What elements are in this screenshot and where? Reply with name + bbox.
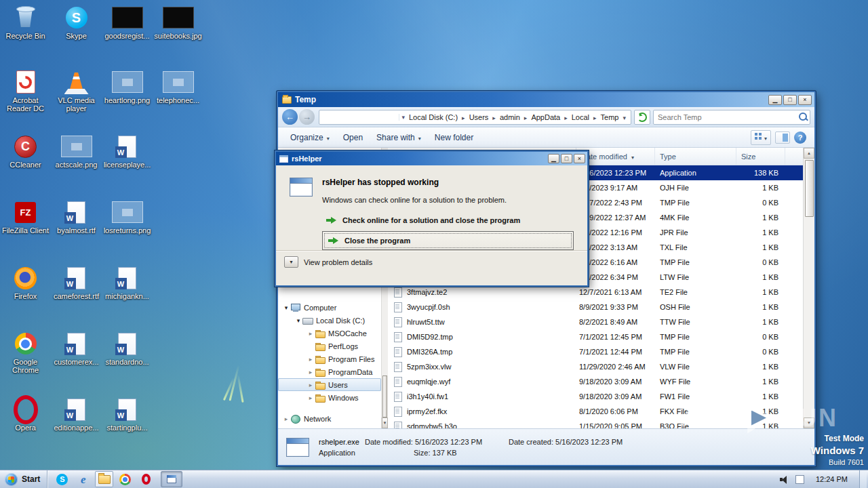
explorer-titlebar[interactable]: Temp ▁ □ × [278,92,814,107]
back-button[interactable] [282,109,298,125]
desktop-icon[interactable]: startingplu... [102,394,153,460]
tree-expander-icon[interactable] [307,394,315,401]
file-row[interactable]: hlruwt5t.ttw 8/2/2021 8:49 AM TTW File 1… [388,314,803,329]
breadcrumb-segment[interactable]: admin [498,113,530,121]
quick-launch-button[interactable] [137,471,155,487]
tree-item[interactable]: MSOCache [278,327,381,340]
view-problem-details-label[interactable]: View problem details [304,258,372,266]
desktop-icon[interactable]: CCleaner [0,131,51,197]
file-row[interactable]: sdpmvbw5.b3o 1/15/2020 9:05 PM B3O File … [388,419,803,428]
minimize-button[interactable]: ▁ [768,95,782,105]
active-task-button[interactable] [161,471,182,487]
tree-expander-icon[interactable] [282,415,290,422]
tree-expander-icon[interactable] [282,304,290,311]
share-with-button[interactable]: Share with [370,133,428,142]
tree-item[interactable]: Users [278,378,381,391]
breadcrumb-segment[interactable]: Local Disk (C:) [407,113,467,121]
open-button[interactable]: Open [336,133,370,142]
desktop-icon[interactable]: cameforest.rtf [51,263,102,329]
forward-button[interactable] [299,109,315,125]
column-header-type[interactable]: Type [655,148,736,165]
file-row[interactable]: 3ftmajvz.te2 12/7/2021 6:13 AM TE2 File … [388,285,803,300]
file-row[interactable]: i3h1y40i.fw1 9/18/2020 3:09 AM FW1 File … [388,389,803,404]
tree-item[interactable]: Computer [278,301,381,314]
file-row[interactable]: DMI326A.tmp 7/1/2021 12:44 PM TMP File 0… [388,344,803,359]
refresh-button[interactable] [634,110,650,125]
close-program-option[interactable]: Close the program [322,231,574,250]
desktop-icon[interactable]: suitebooks.jpg [153,3,203,67]
tree-item[interactable]: Program Files [278,352,381,365]
tree-item[interactable]: Network [278,412,381,425]
dialog-titlebar[interactable]: rsHelper ▁ □ × [276,152,587,165]
help-icon[interactable] [794,131,806,144]
desktop-icon[interactable]: heartlong.png [102,67,153,131]
desktop-icon[interactable]: michigankn... [102,263,153,329]
desktop-icon[interactable]: Recycle Bin [0,3,51,67]
desktop-icon[interactable]: Skype [51,3,102,67]
close-button[interactable]: × [574,154,585,163]
scrollbar-thumb[interactable] [805,160,814,217]
start-button[interactable]: Start [0,470,47,488]
file-row[interactable]: DMI5D92.tmp 7/1/2021 12:45 PM TMP File 0… [388,329,803,344]
desktop-icon[interactable]: Google Chrome [0,329,51,394]
desktop-icon[interactable]: Firefox [0,263,51,329]
close-button[interactable]: × [798,95,812,105]
preview-pane-button[interactable] [775,131,790,144]
tree-item[interactable]: PerfLogs [278,340,381,352]
taskbar-clock[interactable]: 12:24 PM [810,475,853,483]
volume-icon[interactable] [780,475,789,484]
desktop-icon[interactable]: editionappe... [51,394,102,460]
show-desktop-button[interactable] [859,470,867,488]
desktop-icon[interactable]: FileZilla Client [0,197,51,263]
file-date-modified: 12/7/2021 6:13 AM [576,288,655,296]
minimize-button[interactable]: ▁ [548,154,559,163]
breadcrumb-segment[interactable]: Users [467,113,498,121]
tree-item[interactable]: Local Disk (C:) [278,314,381,327]
scroll-down-icon[interactable]: ▼ [804,418,814,428]
desktop-icon[interactable]: licenseplaye... [102,131,153,197]
check-online-option[interactable]: Check online for a solution and close th… [326,216,576,224]
quick-launch-button[interactable] [95,471,113,487]
desktop-icon[interactable]: Acrobat Reader DC [0,67,51,131]
scroll-up-icon[interactable]: ▲ [804,148,814,159]
desktop-icon[interactable]: VLC media player [51,67,102,131]
file-row[interactable]: iprmy2ef.fkx 8/1/2020 6:06 PM FKX File 1… [388,404,803,419]
desktop-icon[interactable]: Opera [0,394,51,460]
expand-details-icon[interactable] [284,256,298,268]
quick-launch-button[interactable] [116,471,134,487]
tree-expander-icon[interactable] [307,369,315,375]
maximize-button[interactable]: □ [783,95,797,105]
breadcrumb-dropdown-icon[interactable] [399,114,407,121]
desktop-icon[interactable]: telephonec... [153,67,203,131]
breadcrumb-segment[interactable]: AppData [529,113,569,121]
tree-expander-icon[interactable] [307,330,315,337]
desktop-icon[interactable]: losreturns.png [102,197,153,263]
tree-expander-icon[interactable] [294,317,302,324]
desktop-icon[interactable]: standardno... [102,329,153,394]
file-row[interactable]: euqmlqje.wyf 9/18/2020 3:09 AM WYF File … [388,374,803,389]
column-header-size[interactable]: Size [736,148,785,165]
desktop-icon[interactable]: byalmost.rtf [51,197,102,263]
tree-item[interactable]: Windows [278,391,381,404]
quick-launch-button[interactable] [53,471,71,487]
breadcrumb-segment[interactable]: Local [570,113,599,121]
breadcrumb-segment[interactable]: Temp [599,113,628,121]
file-row[interactable]: 5zpm3ixx.vlw 11/29/2020 2:46 AM VLW File… [388,359,803,374]
desktop-icon[interactable]: customerex... [51,329,102,394]
search-box[interactable] [653,110,810,125]
change-view-button[interactable] [751,130,771,145]
new-folder-button[interactable]: New folder [428,133,480,142]
tree-item[interactable]: ProgramData [278,365,381,378]
search-input[interactable] [654,113,797,121]
quick-launch-button[interactable] [74,471,92,487]
desktop-icon[interactable]: goodsregist... [102,3,153,67]
desktop-icon[interactable]: actscale.png [51,131,102,197]
tray-app-icon[interactable] [795,475,804,484]
tree-expander-icon[interactable] [307,382,315,388]
file-row[interactable]: 3wyucpjf.0sh 8/9/2021 9:33 PM OSH File 1… [388,300,803,314]
breadcrumb[interactable]: Local Disk (C:) Users admin AppData Loca… [319,110,631,125]
organize-button[interactable]: Organize [283,133,336,142]
tree-expander-icon[interactable] [307,356,315,363]
maximize-button[interactable]: □ [561,154,572,163]
vertical-scrollbar[interactable]: ▲ ▼ [803,148,814,428]
